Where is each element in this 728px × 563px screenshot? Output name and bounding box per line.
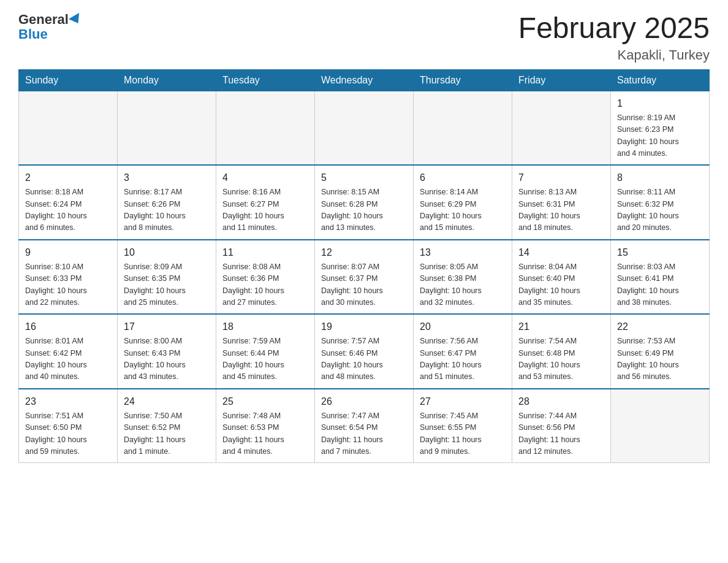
day-number: 23 <box>25 394 111 409</box>
day-info: Sunrise: 8:07 AM Sunset: 6:37 PM Dayligh… <box>321 261 407 309</box>
day-number: 10 <box>124 245 210 260</box>
day-number: 26 <box>321 394 407 409</box>
weekday-header-thursday: Thursday <box>414 69 512 91</box>
location-title: Kapakli, Turkey <box>518 47 710 63</box>
weekday-header-wednesday: Wednesday <box>315 69 414 91</box>
day-number: 8 <box>617 170 703 185</box>
day-info: Sunrise: 8:01 AM Sunset: 6:42 PM Dayligh… <box>25 335 111 383</box>
day-info: Sunrise: 8:04 AM Sunset: 6:40 PM Dayligh… <box>518 261 604 309</box>
day-info: Sunrise: 7:57 AM Sunset: 6:46 PM Dayligh… <box>321 335 407 383</box>
day-info: Sunrise: 7:53 AM Sunset: 6:49 PM Dayligh… <box>617 335 703 383</box>
calendar-day-cell: 6Sunrise: 8:14 AM Sunset: 6:29 PM Daylig… <box>414 165 512 240</box>
day-info: Sunrise: 8:05 AM Sunset: 6:38 PM Dayligh… <box>420 261 506 309</box>
day-info: Sunrise: 7:48 AM Sunset: 6:53 PM Dayligh… <box>222 410 308 458</box>
calendar-day-cell: 22Sunrise: 7:53 AM Sunset: 6:49 PM Dayli… <box>611 314 710 389</box>
day-number: 16 <box>25 320 111 334</box>
calendar-day-cell: 25Sunrise: 7:48 AM Sunset: 6:53 PM Dayli… <box>216 389 315 463</box>
calendar-day-cell: 7Sunrise: 8:13 AM Sunset: 6:31 PM Daylig… <box>512 165 611 240</box>
day-number: 24 <box>124 394 210 409</box>
day-info: Sunrise: 8:09 AM Sunset: 6:35 PM Dayligh… <box>124 261 210 309</box>
day-number: 11 <box>222 245 308 260</box>
calendar-day-cell: 21Sunrise: 7:54 AM Sunset: 6:48 PM Dayli… <box>512 314 611 389</box>
calendar-table: SundayMondayTuesdayWednesdayThursdayFrid… <box>18 69 710 464</box>
logo-blue-text: Blue <box>18 27 48 42</box>
day-number: 12 <box>321 245 407 260</box>
day-info: Sunrise: 7:59 AM Sunset: 6:44 PM Dayligh… <box>222 335 308 383</box>
day-info: Sunrise: 7:44 AM Sunset: 6:56 PM Dayligh… <box>518 410 604 458</box>
day-number: 17 <box>124 320 210 334</box>
day-number: 6 <box>420 170 506 185</box>
calendar-day-cell: 20Sunrise: 7:56 AM Sunset: 6:47 PM Dayli… <box>414 314 512 389</box>
calendar-day-cell: 4Sunrise: 8:16 AM Sunset: 6:27 PM Daylig… <box>216 165 315 240</box>
day-info: Sunrise: 8:00 AM Sunset: 6:43 PM Dayligh… <box>124 335 210 383</box>
weekday-header-row: SundayMondayTuesdayWednesdayThursdayFrid… <box>19 69 710 91</box>
month-title: February 2025 <box>518 12 710 45</box>
calendar-header: SundayMondayTuesdayWednesdayThursdayFrid… <box>19 69 710 91</box>
calendar-day-cell: 23Sunrise: 7:51 AM Sunset: 6:50 PM Dayli… <box>19 389 118 463</box>
calendar-day-cell: 18Sunrise: 7:59 AM Sunset: 6:44 PM Dayli… <box>216 314 315 389</box>
day-info: Sunrise: 8:03 AM Sunset: 6:41 PM Dayligh… <box>617 261 703 309</box>
day-info: Sunrise: 8:16 AM Sunset: 6:27 PM Dayligh… <box>222 186 308 234</box>
day-info: Sunrise: 8:14 AM Sunset: 6:29 PM Dayligh… <box>420 186 506 234</box>
calendar-day-cell <box>118 91 216 165</box>
day-info: Sunrise: 8:08 AM Sunset: 6:36 PM Dayligh… <box>222 261 308 309</box>
day-info: Sunrise: 7:54 AM Sunset: 6:48 PM Dayligh… <box>518 335 604 383</box>
calendar-week-row: 16Sunrise: 8:01 AM Sunset: 6:42 PM Dayli… <box>19 314 710 389</box>
calendar-day-cell <box>611 389 710 463</box>
day-number: 19 <box>321 320 407 334</box>
calendar-day-cell: 2Sunrise: 8:18 AM Sunset: 6:24 PM Daylig… <box>19 165 118 240</box>
day-number: 14 <box>518 245 604 260</box>
calendar-day-cell <box>512 91 611 165</box>
calendar-day-cell: 3Sunrise: 8:17 AM Sunset: 6:26 PM Daylig… <box>118 165 216 240</box>
day-info: Sunrise: 7:51 AM Sunset: 6:50 PM Dayligh… <box>25 410 111 458</box>
calendar-day-cell: 12Sunrise: 8:07 AM Sunset: 6:37 PM Dayli… <box>315 240 414 315</box>
day-info: Sunrise: 8:11 AM Sunset: 6:32 PM Dayligh… <box>617 186 703 234</box>
calendar-day-cell: 28Sunrise: 7:44 AM Sunset: 6:56 PM Dayli… <box>512 389 611 463</box>
day-number: 13 <box>420 245 506 260</box>
day-number: 2 <box>25 170 111 185</box>
day-info: Sunrise: 8:17 AM Sunset: 6:26 PM Dayligh… <box>124 186 210 234</box>
calendar-day-cell: 9Sunrise: 8:10 AM Sunset: 6:33 PM Daylig… <box>19 240 118 315</box>
day-number: 9 <box>25 245 111 260</box>
day-number: 20 <box>420 320 506 334</box>
day-number: 5 <box>321 170 407 185</box>
day-number: 25 <box>222 394 308 409</box>
day-number: 1 <box>617 96 703 111</box>
day-info: Sunrise: 7:47 AM Sunset: 6:54 PM Dayligh… <box>321 410 407 458</box>
day-info: Sunrise: 8:10 AM Sunset: 6:33 PM Dayligh… <box>25 261 111 309</box>
day-number: 18 <box>222 320 308 334</box>
logo-arrow-icon <box>69 13 83 26</box>
calendar-day-cell: 15Sunrise: 8:03 AM Sunset: 6:41 PM Dayli… <box>611 240 710 315</box>
calendar-day-cell: 14Sunrise: 8:04 AM Sunset: 6:40 PM Dayli… <box>512 240 611 315</box>
day-number: 7 <box>518 170 604 185</box>
day-info: Sunrise: 7:56 AM Sunset: 6:47 PM Dayligh… <box>420 335 506 383</box>
calendar-day-cell <box>216 91 315 165</box>
day-info: Sunrise: 8:18 AM Sunset: 6:24 PM Dayligh… <box>25 186 111 234</box>
logo-general-text: General <box>18 12 69 27</box>
calendar-day-cell: 27Sunrise: 7:45 AM Sunset: 6:55 PM Dayli… <box>414 389 512 463</box>
calendar-week-row: 9Sunrise: 8:10 AM Sunset: 6:33 PM Daylig… <box>19 240 710 315</box>
calendar-day-cell: 5Sunrise: 8:15 AM Sunset: 6:28 PM Daylig… <box>315 165 414 240</box>
day-number: 3 <box>124 170 210 185</box>
calendar-day-cell: 1Sunrise: 8:19 AM Sunset: 6:23 PM Daylig… <box>611 91 710 165</box>
logo: General Blue <box>18 12 82 42</box>
day-info: Sunrise: 7:45 AM Sunset: 6:55 PM Dayligh… <box>420 410 506 458</box>
calendar-day-cell <box>315 91 414 165</box>
calendar-week-row: 2Sunrise: 8:18 AM Sunset: 6:24 PM Daylig… <box>19 165 710 240</box>
day-number: 15 <box>617 245 703 260</box>
calendar-day-cell <box>414 91 512 165</box>
day-number: 22 <box>617 320 703 334</box>
day-info: Sunrise: 7:50 AM Sunset: 6:52 PM Dayligh… <box>124 410 210 458</box>
day-number: 4 <box>222 170 308 185</box>
day-info: Sunrise: 8:15 AM Sunset: 6:28 PM Dayligh… <box>321 186 407 234</box>
calendar-day-cell <box>19 91 118 165</box>
calendar-day-cell: 17Sunrise: 8:00 AM Sunset: 6:43 PM Dayli… <box>118 314 216 389</box>
weekday-header-monday: Monday <box>118 69 216 91</box>
calendar-week-row: 23Sunrise: 7:51 AM Sunset: 6:50 PM Dayli… <box>19 389 710 463</box>
calendar-week-row: 1Sunrise: 8:19 AM Sunset: 6:23 PM Daylig… <box>19 91 710 165</box>
calendar-day-cell: 13Sunrise: 8:05 AM Sunset: 6:38 PM Dayli… <box>414 240 512 315</box>
day-number: 27 <box>420 394 506 409</box>
calendar-body: 1Sunrise: 8:19 AM Sunset: 6:23 PM Daylig… <box>19 91 710 463</box>
day-info: Sunrise: 8:19 AM Sunset: 6:23 PM Dayligh… <box>617 112 703 160</box>
calendar-day-cell: 11Sunrise: 8:08 AM Sunset: 6:36 PM Dayli… <box>216 240 315 315</box>
